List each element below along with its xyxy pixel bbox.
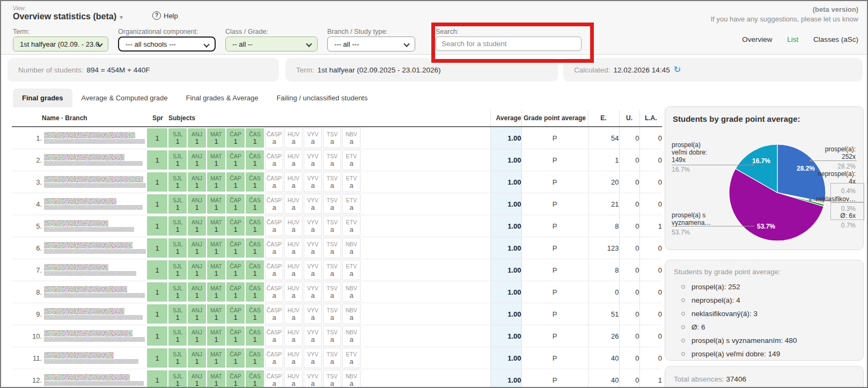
callout-prospel: prospel(a): 252x 28.2%: [791, 145, 856, 170]
subject-grade: ČASPa: [265, 172, 283, 192]
search-input[interactable]: [436, 36, 582, 51]
table-row[interactable]: 4.1SJL1ANJ1MAT1ČAP1ČAS1ČASPaHUVaVYVaTSVa…: [12, 193, 662, 215]
subject-cell: ČAS1: [246, 149, 265, 171]
class-grade-select[interactable]: -- all --: [225, 36, 318, 52]
subject-grade: SJL1: [168, 194, 187, 214]
excused-value: 40: [588, 347, 619, 369]
subject-cell: TSVa: [323, 149, 342, 171]
table-row[interactable]: 2.1SJL1ANJ1MAT1ČAP1ČAS1ČASPaHUVaVYVaTSVa…: [12, 149, 662, 171]
subject-cell: ČAP1: [226, 281, 246, 303]
table-row[interactable]: 10.1SJL1ANJ1MAT1ČAP1ČAS1ČASPaHUVaVYVaTSV…: [12, 325, 662, 347]
average-value: 1.00: [490, 237, 521, 259]
spr-value: 1: [147, 348, 167, 368]
help-button[interactable]: ? Help: [152, 11, 178, 20]
gpa-value: P: [521, 237, 588, 259]
nav-overview[interactable]: Overview: [742, 35, 772, 43]
legend-title: Students by grade point average:: [674, 268, 855, 276]
subject-grade: MAT1: [207, 260, 225, 280]
subject-grade: SJL1: [168, 172, 187, 192]
tab-failing-unclassified[interactable]: Failing / unclassified students: [267, 89, 377, 107]
subject-grade: SJL1: [168, 348, 187, 368]
average-value: 1.00: [490, 347, 521, 369]
subject-grade: TSVa: [323, 260, 341, 280]
late-value: 0: [639, 325, 662, 347]
table-row[interactable]: 6.1SJL1ANJ1MAT1ČAP1ČAS1ČASPaHUVaVYVaTSVa…: [12, 237, 662, 259]
excused-value: 20: [588, 171, 619, 193]
subject-cell: HUVa: [284, 303, 304, 325]
subject-grade: ČASPa: [265, 282, 283, 302]
suggestions-text: If you have any suggestions, please let …: [711, 15, 858, 23]
term-select[interactable]: 1st halfyear (02.09. - 23.0: [13, 36, 108, 52]
subject-grade: ČAP1: [226, 348, 245, 368]
subject-grade: MAT1: [207, 194, 225, 214]
subject-cell: ČASPa: [265, 215, 284, 237]
gpa-value: P: [521, 193, 588, 215]
redacted-branch: [44, 359, 138, 364]
subject-grade: HUVa: [284, 282, 303, 302]
table-row[interactable]: 8.1SJL1ANJ1MAT1ČAP1ČAS1ČASPaHUVaVYVaTSVa…: [12, 281, 662, 303]
subject-grade: VYVa: [304, 326, 322, 346]
row-number: 3.: [12, 171, 42, 193]
legend-item: prospel(a) veľmi dobre: 149: [674, 347, 855, 361]
col-header-excused: E.: [588, 110, 619, 127]
subject-cell: MAT1: [207, 193, 226, 215]
subject-grade: HUVa: [284, 150, 303, 170]
subject-cell: MAT1: [207, 215, 226, 237]
org-component-select[interactable]: --- all schools ---: [118, 36, 216, 52]
subject-cell: ČASPa: [265, 347, 284, 369]
subject-grade: ČAP1: [226, 172, 245, 192]
subject-cell: SJL1: [168, 149, 188, 171]
spr-cell: 1: [147, 171, 168, 193]
tab-final-grades-average[interactable]: Final grades & Average: [177, 89, 268, 107]
branch-study-select[interactable]: --- all ---: [327, 36, 415, 52]
subject-cell: ČAP1: [226, 303, 246, 325]
table-row[interactable]: 11.1SJL1ANJ1MAT1ČAP1ČAS1ČASPaHUVaVYVaTSV…: [12, 347, 662, 369]
late-value: 0: [639, 171, 662, 193]
subject-grade: MAT1: [207, 370, 225, 388]
subject-cell: SJL1: [168, 237, 188, 259]
tab-average-computed[interactable]: Average & Computed grade: [72, 89, 177, 107]
gpa-value: P: [521, 215, 588, 237]
subject-cell: MAT1: [207, 325, 226, 347]
subject-grade: ČAS1: [246, 172, 264, 192]
table-row[interactable]: 1.1SJL1ANJ1MAT1ČAP1ČAS1ČASPaHUVaVYVaTSVa…: [12, 127, 662, 149]
refresh-icon[interactable]: ↻: [674, 65, 681, 74]
redacted-student-name: [44, 374, 130, 380]
subject-cell: HUVa: [284, 237, 304, 259]
subject-cell: ČAS1: [246, 369, 265, 388]
subject-cell: ČAS1: [246, 171, 265, 193]
table-row[interactable]: 5.1SJL1ANJ1MAT1ČAP1ČAS1ČASPaHUVaVYVaTSVa…: [12, 215, 662, 237]
subject-grade: ČASPa: [265, 238, 283, 258]
excused-value: 8: [588, 259, 619, 281]
callout-average: Ø: 6x 0.7%: [791, 212, 856, 229]
table-header-row: Name · Branch Spr Subjects Average Grade…: [12, 110, 662, 127]
redacted-branch: [44, 381, 144, 386]
average-value: 1.00: [490, 171, 521, 193]
nav-classes[interactable]: Classes (aSc): [813, 35, 858, 43]
table-row[interactable]: 3.1SJL1ANJ1MAT1ČAP1ČAS1ČASPaHUVaVYVaTSVa…: [12, 171, 662, 193]
table-row[interactable]: 12.1SJL1ANJ1MAT1ČAP1ČAS1ČASPaHUVaVYVaTSV…: [12, 369, 662, 388]
gpa-value: P: [521, 281, 588, 303]
subject-cell: VYVa: [304, 303, 323, 325]
subject-cell: VYVa: [304, 281, 323, 303]
gpa-value: P: [521, 127, 588, 149]
tab-final-grades[interactable]: Final grades: [13, 89, 72, 107]
subject-cell: ČAS1: [246, 325, 265, 347]
page-title-dropdown[interactable]: Overview statistics (beta)▾: [13, 12, 123, 21]
table-row[interactable]: 7.1SJL1ANJ1MAT1ČAP1ČAS1ČASPaHUVaVYVaTSVa…: [12, 259, 662, 281]
subject-cell: TSVa: [323, 215, 342, 237]
subject-cell: ČASPa: [265, 259, 284, 281]
subject-grade: SJL1: [168, 260, 187, 280]
subject-grade: SJL1: [168, 304, 187, 324]
subject-cell: ETVa: [342, 347, 362, 369]
subject-cell: MAT1: [207, 347, 226, 369]
view-label: View:: [13, 5, 26, 11]
redacted-student-name: [44, 132, 135, 138]
table-row[interactable]: 9.1SJL1ANJ1MAT1ČAP1ČAS1ČASPaHUVaVYVaTSVa…: [12, 303, 662, 325]
subject-cell: ANJ1: [188, 281, 207, 303]
student-name-cell: [42, 127, 147, 149]
nav-list[interactable]: List: [787, 35, 798, 43]
subject-cell: SJL1: [168, 259, 188, 281]
subject-grade: NBVa: [342, 370, 361, 388]
subject-grade: ČAS1: [246, 260, 264, 280]
